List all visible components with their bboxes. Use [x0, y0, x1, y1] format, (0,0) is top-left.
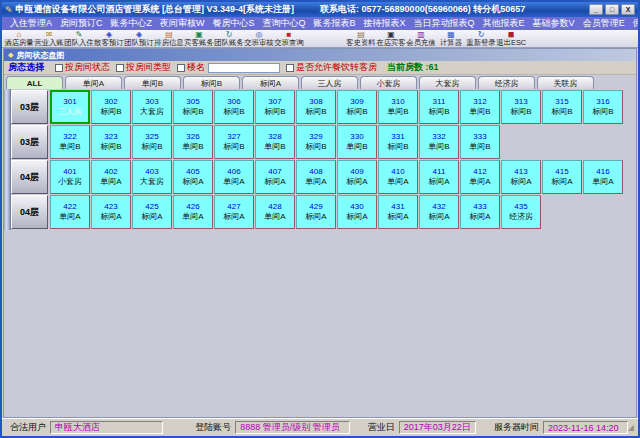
- room-cell-308[interactable]: 308标间B: [296, 90, 336, 124]
- shift-audit-button[interactable]: ◎交班审核: [244, 31, 274, 47]
- room-assignment-button[interactable]: ▤排房信息: [154, 31, 184, 47]
- room-cell-408[interactable]: 408单间A: [296, 160, 336, 194]
- resize-grip[interactable]: ◢: [628, 423, 634, 432]
- tab-标间A[interactable]: 标间A: [242, 76, 299, 89]
- relogin-button[interactable]: ↻重新登录: [466, 31, 496, 47]
- room-cell-322[interactable]: 322单间B: [50, 125, 90, 159]
- menu-item[interactable]: 查询中心Q: [259, 17, 310, 30]
- by-room-type-checkbox[interactable]: [116, 64, 124, 72]
- room-cell-411[interactable]: 411标间A: [419, 160, 459, 194]
- guest-history-button[interactable]: ▤客史资料: [346, 31, 376, 47]
- menu-item[interactable]: 会员管理E: [579, 17, 629, 30]
- menu-item[interactable]: 接待报表X: [360, 17, 410, 30]
- menu-item[interactable]: 当日异动报表Q: [410, 17, 479, 30]
- allow-dining-transfer-checkbox[interactable]: [286, 64, 294, 72]
- calculator-button[interactable]: ▦计算器: [436, 31, 466, 47]
- menu-item[interactable]: 佣金管理Y: [629, 17, 638, 30]
- exit-button[interactable]: ◼退出ESC: [496, 31, 526, 47]
- room-cell-303[interactable]: 303大套房: [132, 90, 172, 124]
- room-cell-302[interactable]: 302标间B: [91, 90, 131, 124]
- guest-accounts-button[interactable]: ▣宾客账务: [184, 31, 214, 47]
- room-cell-403[interactable]: 403大套房: [132, 160, 172, 194]
- minimize-button[interactable]: _: [589, 4, 603, 15]
- business-entry-button[interactable]: ✉营业入账: [34, 31, 64, 47]
- room-cell-413[interactable]: 413标间A: [501, 160, 541, 194]
- tab-经济房[interactable]: 经济房: [478, 76, 535, 89]
- room-cell-427[interactable]: 427标间A: [214, 195, 254, 229]
- room-cell-315[interactable]: 315标间B: [542, 90, 582, 124]
- room-cell-426[interactable]: 426单间A: [173, 195, 213, 229]
- room-cell-401[interactable]: 401小套房: [50, 160, 90, 194]
- room-cell-312[interactable]: 312单间B: [460, 90, 500, 124]
- room-cell-325[interactable]: 325标间B: [132, 125, 172, 159]
- room-cell-410[interactable]: 410单间A: [378, 160, 418, 194]
- room-cell-433[interactable]: 433标间A: [460, 195, 500, 229]
- tab-三人房[interactable]: 三人房: [301, 76, 358, 89]
- inhouse-guests-button[interactable]: ▣在店宾客: [376, 31, 406, 47]
- room-cell-412[interactable]: 412单间A: [460, 160, 500, 194]
- menu-item[interactable]: 入住管理A: [6, 17, 56, 30]
- tab-单间A[interactable]: 单间A: [65, 76, 122, 89]
- menu-item[interactable]: 餐房中心S: [209, 17, 259, 30]
- tab-关联房[interactable]: 关联房: [537, 76, 594, 89]
- room-cell-323[interactable]: 323标间B: [91, 125, 131, 159]
- room-cell-428[interactable]: 428单间A: [255, 195, 295, 229]
- room-cell-327[interactable]: 327标间B: [214, 125, 254, 159]
- room-cell-415[interactable]: 415标间A: [542, 160, 582, 194]
- room-cell-431[interactable]: 431标间A: [378, 195, 418, 229]
- tab-单间B[interactable]: 单间B: [124, 76, 181, 89]
- room-cell-306[interactable]: 306标间B: [214, 90, 254, 124]
- room-type: 单间A: [59, 213, 80, 221]
- room-cell-311[interactable]: 311标间B: [419, 90, 459, 124]
- group-checkin-button[interactable]: ✎团队入住: [64, 31, 94, 47]
- close-button[interactable]: X: [621, 4, 635, 15]
- room-cell-329[interactable]: 329标间B: [296, 125, 336, 159]
- room-cell-307[interactable]: 307标间B: [255, 90, 295, 124]
- room-cell-416[interactable]: 416单间A: [583, 160, 623, 194]
- menu-item[interactable]: 房间预订C: [56, 17, 107, 30]
- floor-name-checkbox[interactable]: [177, 64, 185, 72]
- tab-ALL[interactable]: ALL: [6, 76, 63, 89]
- room-cell-326[interactable]: 326单间B: [173, 125, 213, 159]
- room-cell-331[interactable]: 331标间B: [378, 125, 418, 159]
- room-cell-425[interactable]: 425标间A: [132, 195, 172, 229]
- room-cell-301[interactable]: 301三人房: [50, 90, 90, 124]
- member-topup-button[interactable]: ▥会员充值: [406, 31, 436, 47]
- shift-query-button[interactable]: ■交班查询: [274, 31, 304, 47]
- room-cell-316[interactable]: 316标间B: [583, 90, 623, 124]
- walkin-booking-button[interactable]: ◈散客预订: [94, 31, 124, 47]
- room-cell-430[interactable]: 430标间A: [337, 195, 377, 229]
- room-cell-332[interactable]: 332单间B: [419, 125, 459, 159]
- room-cell-435[interactable]: 435经济房: [501, 195, 541, 229]
- room-cell-310[interactable]: 310单间B: [378, 90, 418, 124]
- group-booking-button[interactable]: ◈团队预订: [124, 31, 154, 47]
- tab-大套房[interactable]: 大套房: [419, 76, 476, 89]
- menu-item[interactable]: 账务中心Z: [107, 17, 157, 30]
- by-room-status-checkbox[interactable]: [55, 64, 63, 72]
- room-cell-429[interactable]: 429标间A: [296, 195, 336, 229]
- room-cell-407[interactable]: 407标间A: [255, 160, 295, 194]
- room-cell-423[interactable]: 423标间A: [91, 195, 131, 229]
- room-cell-333[interactable]: 333单间B: [460, 125, 500, 159]
- room-cell-409[interactable]: 409标间A: [337, 160, 377, 194]
- menu-item[interactable]: 账务报表B: [310, 17, 360, 30]
- room-cell-313[interactable]: 313标间B: [501, 90, 541, 124]
- room-cell-328[interactable]: 328单间B: [255, 125, 295, 159]
- room-cell-432[interactable]: 432标间A: [419, 195, 459, 229]
- hotel-rooms-button[interactable]: ⌂酒店房量: [4, 31, 34, 47]
- maximize-button[interactable]: □: [605, 4, 619, 15]
- room-cell-305[interactable]: 305标间B: [173, 90, 213, 124]
- floor-name-input[interactable]: [208, 63, 280, 73]
- room-cell-402[interactable]: 402单间A: [91, 160, 131, 194]
- tab-标间B[interactable]: 标间B: [183, 76, 240, 89]
- tab-小套房[interactable]: 小套房: [360, 76, 417, 89]
- group-accounts-button[interactable]: ↻团队账务: [214, 31, 244, 47]
- menu-item[interactable]: 其他报表E: [479, 17, 529, 30]
- room-cell-422[interactable]: 422单间A: [50, 195, 90, 229]
- room-cell-405[interactable]: 405标间A: [173, 160, 213, 194]
- room-cell-406[interactable]: 406单间A: [214, 160, 254, 194]
- room-cell-330[interactable]: 330单间B: [337, 125, 377, 159]
- room-cell-309[interactable]: 309标间B: [337, 90, 377, 124]
- menu-item[interactable]: 夜间审核W: [156, 17, 209, 30]
- menu-item[interactable]: 基础参数V: [529, 17, 579, 30]
